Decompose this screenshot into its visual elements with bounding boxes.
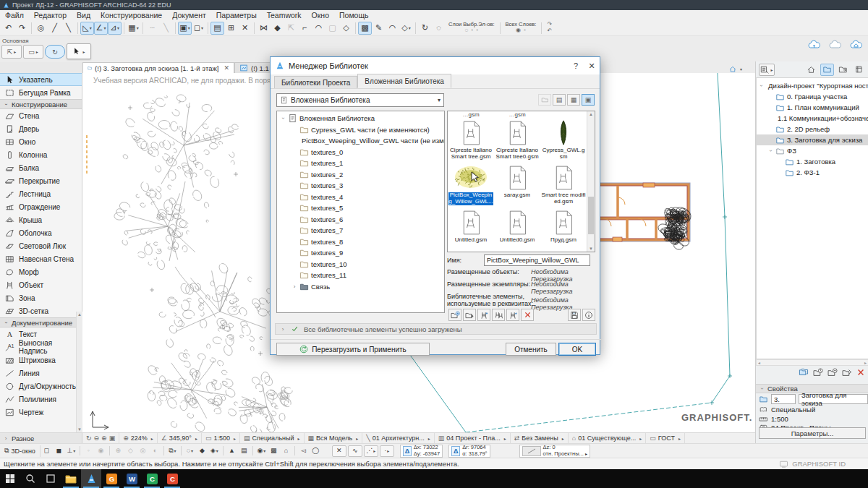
selection-3d-button[interactable]: ◌▾	[184, 445, 196, 457]
library-tree-item[interactable]: ›Связь	[277, 281, 444, 293]
tool-shell[interactable]: Оболочка	[0, 226, 82, 239]
navigator-item[interactable]: 1. Заготовка	[757, 156, 868, 167]
group-button[interactable]: ▩	[358, 22, 372, 35]
perspective-button[interactable]: ⊕	[112, 445, 124, 457]
menu-6[interactable]: Teamwork	[262, 11, 307, 20]
toolbox-section-2[interactable]: ›Конструирование	[0, 99, 82, 109]
tool-arc[interactable]: Дуга/Окружность	[0, 380, 82, 393]
filter-3d-button[interactable]: ◆	[196, 445, 208, 457]
grid-scrollbar-thumb[interactable]	[588, 197, 594, 234]
select-similar-button[interactable]: ◎	[34, 22, 48, 35]
toolbox-scrollbar[interactable]: ▲▼	[76, 312, 82, 432]
tool-mesh[interactable]: 3D-сетка	[0, 304, 82, 317]
library-tree-item[interactable]: textures_1	[277, 158, 444, 169]
snap-guides-button[interactable]: ∠▾	[94, 22, 108, 35]
orbit-button[interactable]: ↻	[86, 435, 92, 442]
view-name-field[interactable]: Заготовка для эскиза	[799, 394, 868, 404]
navigator-item[interactable]: 1.1 Коммуникации+обозначения	[757, 113, 868, 124]
library-file-item[interactable]: Cipreste Italiano Smart tree.gsm	[448, 119, 494, 163]
tool-column[interactable]: Колонна	[0, 148, 82, 161]
cancel-button[interactable]: Отменить	[506, 343, 556, 356]
teamwork-cloud-up-icon[interactable]	[807, 40, 822, 50]
library-combo[interactable]: Вложенная Библиотека ▾	[276, 93, 444, 107]
add-library-button[interactable]	[448, 309, 461, 321]
tool-window[interactable]: Окно	[0, 135, 82, 148]
navigator-layout-book-button[interactable]	[836, 64, 850, 76]
renovation-control[interactable]: ⌂01 Существующе...▸	[569, 433, 647, 444]
planes-3d-button[interactable]: ◈▾	[208, 445, 221, 457]
tool-drawing[interactable]: Чертеж	[0, 406, 82, 419]
guide-pen-button[interactable]: ╲	[159, 22, 173, 35]
arrow-tool-button[interactable]: ▸	[67, 43, 91, 59]
guide-lines-button[interactable]: ◺▾	[80, 22, 94, 35]
undo-button[interactable]: ↶	[1, 22, 15, 35]
zoom-value-control[interactable]: ⊕224%▸	[119, 433, 158, 444]
dialog-tab-0[interactable]: Библиотеки Проекта	[274, 76, 357, 88]
view-large-icons-button[interactable]: ▣	[582, 94, 595, 106]
taskbar-word[interactable]: W	[122, 469, 142, 488]
taskbar-app-g[interactable]: G	[101, 469, 122, 488]
axis-3d-button[interactable]: ⊥▾	[65, 445, 77, 457]
library-tree-item[interactable]: PictBox_Weeping_Willow_GWL части (не изм…	[277, 135, 444, 147]
library-file-item[interactable]: Cipreste Italiano Smart tree0.gsm	[494, 119, 540, 163]
tool-cursor[interactable]: Указатель	[0, 73, 82, 86]
close-window-button[interactable]: ✕	[238, 22, 252, 35]
grid-snap-button[interactable]: ▦▾	[127, 22, 140, 35]
toolbox-section-misc[interactable]: ›Разное	[0, 433, 82, 444]
paint-drops-button[interactable]: ◌	[432, 22, 446, 35]
library-file-item[interactable]: Smart tree modified.gsm	[540, 163, 587, 208]
taskbar-app-c-green[interactable]: C	[142, 469, 162, 488]
pen-set-control[interactable]: ▤Специальный▸	[240, 433, 305, 444]
clone-folder-button[interactable]	[799, 368, 809, 377]
library-info-button[interactable]	[582, 309, 595, 321]
trim-button[interactable]: ◆	[271, 22, 284, 35]
navigator-item[interactable]: ›Дизайн-проект "Курортная ностальгия"	[757, 80, 868, 91]
scale-control[interactable]: ▭1:500▸	[202, 433, 240, 444]
broom-button[interactable]: ▲	[226, 445, 238, 457]
revision-cloud-button[interactable]: ◠	[386, 22, 399, 35]
layer-undo-group[interactable]: ↷↶	[544, 20, 555, 36]
reload-apply-button[interactable]: Перезагрузить и Применить	[276, 343, 430, 356]
library-tree-item[interactable]: Cypress_GWL части (не изменяются)	[277, 124, 444, 136]
z-coordinate-box[interactable]: Δz: 0отн. Проектны... ▸	[519, 445, 590, 458]
adjust-button[interactable]: ⇱	[284, 22, 298, 35]
taskbar-explorer[interactable]	[61, 469, 81, 488]
library-file-selected[interactable]: PictBox_Weeping_Willow_GWL...	[448, 163, 494, 208]
tab-close-icon[interactable]: ✕	[221, 64, 229, 72]
library-file-item[interactable]: Untitled0.gsm	[494, 208, 540, 252]
duplicate-object-button[interactable]	[492, 309, 505, 321]
library-tree-item[interactable]: textures_9	[277, 247, 444, 259]
tool-hatch[interactable]: Штриховка	[0, 354, 82, 367]
favorites-dropdown[interactable]: ⇱▸	[1, 45, 22, 59]
zoom-in-button[interactable]: ⊕	[101, 435, 107, 442]
navigator-view-map-button[interactable]	[820, 64, 834, 76]
menu-0[interactable]: Файл	[0, 11, 29, 20]
vr-button[interactable]: ◎	[137, 445, 149, 457]
shadow-button[interactable]: ⌂	[280, 445, 292, 457]
navigator-item[interactable]: 2. 2D рельеф	[757, 124, 868, 134]
menu-1[interactable]: Редактор	[29, 11, 72, 20]
zoom-out-button[interactable]: ⊖	[94, 435, 100, 442]
embed-object-button[interactable]	[506, 309, 519, 321]
element-settings-dropdown[interactable]: ▭▸	[23, 45, 43, 59]
tool-morph[interactable]: Морф	[0, 265, 82, 278]
walk-button[interactable]: ◦	[82, 445, 95, 457]
library-status-strip[interactable]: › Все библиотечные элементы успешно загр…	[275, 323, 597, 335]
magic-wand-button[interactable]: ◇	[339, 22, 353, 35]
library-tree-item[interactable]: textures_4	[277, 192, 444, 203]
path-edit-button[interactable]: ⋰▸	[364, 445, 378, 457]
3d-window-group[interactable]: ⧉3D-окно	[0, 445, 41, 457]
library-tree-item[interactable]: textures_11	[277, 270, 444, 281]
edit-elements-button[interactable]: ✎	[372, 22, 386, 35]
intersect-button[interactable]: ⌐	[298, 22, 312, 35]
tool-beam[interactable]: Балка	[0, 161, 82, 174]
tool-polyline[interactable]: Полилиния	[0, 393, 82, 406]
library-tree-item[interactable]: ›Вложенная Библиотека	[277, 113, 444, 124]
library-tree-item[interactable]: textures_3	[277, 180, 444, 192]
tool-slab[interactable]: Перекрытие	[0, 174, 82, 187]
dialog-close-button[interactable]: ✕	[584, 59, 600, 73]
transfer-settings-button[interactable]: ▤	[210, 22, 224, 35]
delete-library-button[interactable]	[521, 309, 534, 321]
add-linked-library-button[interactable]	[463, 309, 476, 321]
settings-button[interactable]: Параметры...	[759, 427, 866, 439]
